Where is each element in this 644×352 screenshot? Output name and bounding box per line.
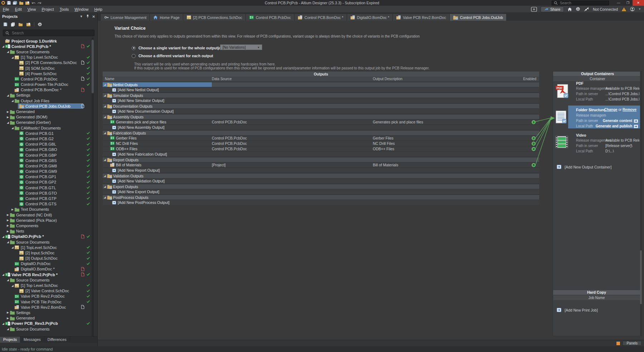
panel-dropdown-icon[interactable]: ▼ xyxy=(80,15,83,18)
remove-link[interactable]: Remove xyxy=(623,108,636,112)
home-icon[interactable] xyxy=(567,7,572,11)
output-category-row[interactable]: ◢Documentation Outputs xyxy=(103,103,539,108)
output-row[interactable]: Generates pick and place filesControl PC… xyxy=(103,119,539,124)
output-category-row[interactable]: ◢Report Outputs xyxy=(103,157,539,162)
share-button[interactable]: Share xyxy=(541,6,564,12)
container-folder-structure[interactable]: Folder StructureChange or RemoveRelease … xyxy=(553,108,640,133)
container-video[interactable]: VideoRelease managementAvailable to PCB … xyxy=(553,133,640,158)
tree-item[interactable]: ◢[1] Top Level.SchDoc xyxy=(0,55,97,60)
chevron-down-icon[interactable]: ▼ xyxy=(638,8,641,11)
collapse-icon[interactable]: ◢ xyxy=(104,94,106,97)
collapse-icon[interactable]: ◢ xyxy=(104,185,106,188)
save-icon[interactable] xyxy=(7,1,11,5)
doc-tab[interactable]: Valve PCB Rev2.BomDoc xyxy=(393,14,450,21)
open-document-icon[interactable] xyxy=(25,1,30,5)
field-value[interactable]: Generate and publish xyxy=(596,124,632,128)
field-value[interactable]: Generate content xyxy=(603,119,632,123)
collapse-icon[interactable]: ◢ xyxy=(104,131,106,135)
tree-item[interactable]: ▶Generated (NC Drill) xyxy=(0,212,97,217)
doc-tab[interactable]: [2] PCB Connections.SchDoc xyxy=(183,14,246,21)
output-row[interactable]: Bill of Materials[Project]Bill of Materi… xyxy=(103,162,539,167)
tree-item[interactable]: Control PCB Jobs.OutJob xyxy=(0,103,97,109)
collapse-icon[interactable]: ◢ xyxy=(1,45,5,48)
collapse-icon[interactable]: ◢ xyxy=(104,83,106,86)
add-output-row[interactable]: [Add New Netlist Output] xyxy=(103,87,539,92)
redo-icon[interactable] xyxy=(37,1,42,5)
tree-item[interactable]: ▶Generated xyxy=(0,109,97,114)
column-enabled[interactable]: Enabled xyxy=(523,77,536,82)
tree-item[interactable]: Control PCB.PcbDoc xyxy=(0,76,97,82)
add-output-row[interactable]: [Add New Simulator Output] xyxy=(103,98,539,103)
expand-icon[interactable]: ▶ xyxy=(6,219,10,222)
tree-item[interactable]: ▶Text Documents xyxy=(0,207,97,212)
doc-tab[interactable]: License Management xyxy=(101,14,150,21)
add-output-row[interactable]: [Add New Validation Output] xyxy=(103,178,539,184)
tree-item[interactable]: ▶Nets xyxy=(0,229,97,234)
pin-icon[interactable] xyxy=(86,14,89,19)
tree-item[interactable]: Control PCB.GBL xyxy=(0,142,97,147)
column-output-description[interactable]: Output Description xyxy=(373,77,402,82)
tree-item[interactable]: ◢Source Documents xyxy=(0,326,97,332)
avatar[interactable] xyxy=(630,7,635,11)
minimize-button[interactable]: — xyxy=(614,0,623,6)
tree-item[interactable]: Control PCB.GP2 xyxy=(0,180,97,185)
save-icon[interactable] xyxy=(3,22,8,26)
tree-item[interactable]: ◢CAMtastic! Documents xyxy=(0,125,97,131)
tree-item[interactable]: ◢Output Job Files xyxy=(0,98,97,103)
collapse-icon[interactable]: ◢ xyxy=(11,284,14,287)
generate-arrow-icon[interactable] xyxy=(634,124,638,129)
tree-item[interactable]: Control PCB.GTL xyxy=(0,185,97,190)
add-output-row[interactable]: [Add New Report Output] xyxy=(103,167,539,173)
collapse-icon[interactable]: ◢ xyxy=(6,240,10,244)
tree-item[interactable]: Valve PCB Tile.PcbDoc xyxy=(0,299,97,304)
tree-item[interactable]: Control PCB.GBS xyxy=(0,158,97,163)
settings-gear-icon[interactable] xyxy=(38,22,42,27)
tree-item[interactable]: Control PCB.BomDoc * xyxy=(0,87,97,93)
add-output-container-button[interactable]: [Add New Output Container] xyxy=(553,165,611,169)
menu-edit[interactable]: Edit xyxy=(12,7,25,11)
tree-item[interactable]: [2] PCB Connections.SchDoc xyxy=(0,60,97,65)
menu-file[interactable]: File xyxy=(0,7,12,11)
collapse-icon[interactable]: ◢ xyxy=(104,174,106,177)
tree-item[interactable]: Control PCB.GBP xyxy=(0,152,97,158)
containers-scrollbar[interactable] xyxy=(640,72,642,336)
collapse-icon[interactable]: ◢ xyxy=(104,158,106,161)
add-print-job-button[interactable]: [Add New Print Job] xyxy=(553,308,598,312)
tree-item[interactable]: ◢[1] Top Level.SchDoc xyxy=(0,283,97,288)
enabled-badge[interactable]: 5 xyxy=(532,163,536,167)
collapse-icon[interactable]: ◢ xyxy=(104,196,106,199)
enabled-badge[interactable]: 2 xyxy=(532,136,536,140)
global-search-input[interactable] xyxy=(559,1,599,5)
output-category-row[interactable]: ◢Simulator Outputs xyxy=(103,92,539,98)
generate-arrow-icon[interactable] xyxy=(634,119,638,123)
change-link[interactable]: Change xyxy=(604,108,618,112)
tree-item[interactable]: [3] SOM.SchDoc xyxy=(0,65,97,71)
altium-logo-icon[interactable] xyxy=(1,1,5,5)
container-pdf[interactable]: PDFPDFRelease managementAvailable to PCB… xyxy=(553,81,640,106)
add-output-row[interactable]: [Add New Fabrication Output] xyxy=(103,151,539,157)
panels-button[interactable]: Panels xyxy=(623,341,641,346)
global-search[interactable] xyxy=(552,1,609,5)
expand-icon[interactable]: ▶ xyxy=(6,317,10,320)
disconnected-plug-icon[interactable] xyxy=(584,7,589,11)
output-row[interactable]: ODB++ FilesControl PCB.PcbDocODB++ Files… xyxy=(103,146,539,151)
collapse-icon[interactable]: ◢ xyxy=(6,327,10,331)
tree-item[interactable]: ◢Generated (Gerber) xyxy=(0,120,97,125)
column-name[interactable]: Name xyxy=(105,77,114,82)
enabled-badge[interactable]: 1 xyxy=(532,120,536,124)
panel-close-icon[interactable]: ✕ xyxy=(92,15,95,19)
tree-item[interactable]: ◢Source Documents xyxy=(0,277,97,283)
collapse-icon[interactable]: ◢ xyxy=(104,115,106,118)
panel-tab-messages[interactable]: Messages xyxy=(20,337,44,343)
doc-tab[interactable]: Home Page xyxy=(150,14,183,21)
warning-icon[interactable] xyxy=(621,7,626,11)
tree-item[interactable]: ▶Generated xyxy=(0,316,97,321)
gear-icon[interactable] xyxy=(576,7,580,11)
collapse-icon[interactable]: ◢ xyxy=(11,99,14,102)
projects-search-input[interactable] xyxy=(11,30,83,35)
tree-item[interactable]: DigitalIO.BomDoc * xyxy=(0,267,97,272)
expand-icon[interactable]: ▶ xyxy=(11,208,14,211)
tree-item[interactable]: [4] Power.SchDoc xyxy=(0,71,97,76)
new-document-button[interactable] xyxy=(531,7,537,12)
collapse-icon[interactable]: ◢ xyxy=(6,94,10,97)
